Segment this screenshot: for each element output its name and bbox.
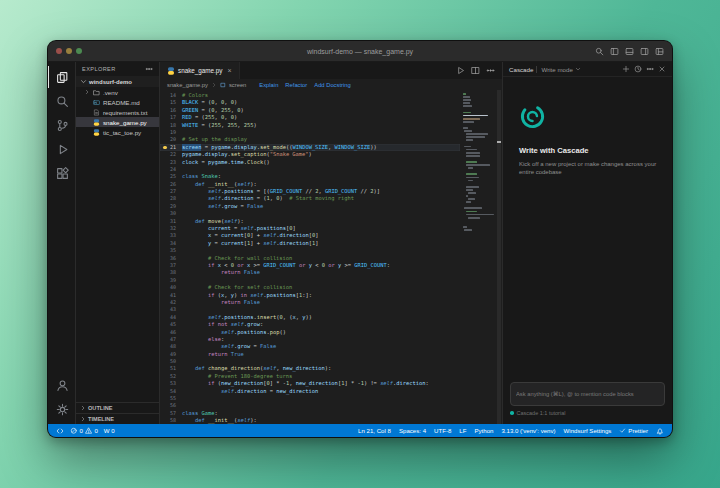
plus-icon[interactable] <box>622 65 630 73</box>
code-line[interactable]: 18WHITE = (255, 255, 255) <box>160 122 460 129</box>
code-line[interactable]: 32 current = self.positions[0] <box>160 225 460 232</box>
status-item-prettier[interactable]: Prettier <box>619 427 648 434</box>
code-line[interactable]: 37 if x < 0 or x >= GRID_COUNT or y < 0 … <box>160 262 460 269</box>
code-line[interactable]: 49 return True <box>160 351 460 358</box>
search-icon[interactable] <box>595 47 604 56</box>
breadcrumb-item[interactable]: screen <box>229 82 246 88</box>
project-root-row[interactable]: windsurf-demo <box>76 76 159 87</box>
status-item-3-13-0-venv-venv[interactable]: 3.13.0 ('venv': venv) <box>501 427 555 434</box>
file-item-.venv[interactable]: .venv <box>76 87 159 97</box>
code-line[interactable]: 20# Set up the display <box>160 136 460 143</box>
lightbulb-icon[interactable] <box>163 146 167 150</box>
code-view[interactable]: 14# Colors15BLACK = (0, 0, 0)16GREEN = (… <box>160 90 460 424</box>
file-item-requirements.txt[interactable]: requirements.txt <box>76 107 159 117</box>
activity-explorer-button[interactable] <box>48 66 76 88</box>
status-item-ln-21-col-8[interactable]: Ln 21, Col 8 <box>358 427 391 434</box>
code-line[interactable]: 54 self.direction = new_direction <box>160 388 460 395</box>
split-editor-icon[interactable] <box>471 66 480 75</box>
code-line[interactable]: 34 y = current[1] + self.direction[1] <box>160 240 460 247</box>
code-line[interactable]: 53 if (new_direction[0] * -1, new_direct… <box>160 380 460 387</box>
more-icon[interactable] <box>486 66 495 75</box>
code-line[interactable]: 38 return False <box>160 269 460 276</box>
problems-indicator[interactable]: 0 0 <box>70 427 98 435</box>
code-line[interactable]: 36 # Check for wall collision <box>160 255 460 262</box>
activity-account-button[interactable] <box>48 374 76 396</box>
zoom-window-button[interactable] <box>76 48 82 54</box>
code-line[interactable]: 29 self.grow = False <box>160 203 460 210</box>
code-line[interactable]: 16GREEN = (0, 255, 0) <box>160 107 460 114</box>
breadcrumb-item[interactable]: snake_game.py <box>167 82 208 88</box>
cascade-tutorial-hint[interactable]: Cascade 1:1 tutorial <box>510 410 665 416</box>
customize-layout-icon[interactable] <box>655 47 664 56</box>
more-icon[interactable] <box>646 65 654 73</box>
code-line[interactable]: 28 self.direction = (1, 0) # Start movin… <box>160 195 460 202</box>
code-line[interactable]: 45 if not self.grow: <box>160 321 460 328</box>
cascade-input[interactable] <box>510 382 665 406</box>
code-line[interactable]: 56 <box>160 402 460 409</box>
status-item-windsurf-settings[interactable]: Windsurf Settings <box>564 427 612 434</box>
minimize-window-button[interactable] <box>66 48 72 54</box>
code-line[interactable]: 44 self.positions.insert(0, (x, y)) <box>160 314 460 321</box>
code-line[interactable]: 17RED = (255, 0, 0) <box>160 114 460 121</box>
code-line[interactable]: 51 def change_direction(self, new_direct… <box>160 365 460 372</box>
activity-search-button[interactable] <box>48 90 76 112</box>
editor-scrollbar[interactable] <box>496 90 502 424</box>
code-line[interactable]: 14# Colors <box>160 92 460 99</box>
code-line[interactable]: 23clock = pygame.time.Clock() <box>160 159 460 166</box>
file-item-README.md[interactable]: README.md <box>76 97 159 107</box>
code-line[interactable]: 21screen = pygame.display.set_mode((WIND… <box>160 144 460 151</box>
code-line[interactable]: 22pygame.display.set_caption("Snake Game… <box>160 151 460 158</box>
code-line[interactable]: 46 self.positions.pop() <box>160 329 460 336</box>
status-item-utf-8[interactable]: UTF-8 <box>434 427 451 434</box>
codelens-add-docstring[interactable]: Add Docstring <box>314 82 350 88</box>
activity-source-control-button[interactable] <box>48 114 76 136</box>
code-line[interactable]: 24 <box>160 166 460 173</box>
code-line[interactable]: 50 <box>160 358 460 365</box>
status-item-python[interactable]: Python <box>474 427 493 434</box>
code-line[interactable]: 58 def __init__(self): <box>160 417 460 424</box>
remote-indicator-icon[interactable] <box>56 427 64 435</box>
sidebar-section-outline[interactable]: OUTLINE <box>76 402 159 413</box>
cascade-mode-selector[interactable]: Write mode <box>536 66 581 73</box>
close-tab-icon[interactable]: × <box>227 67 231 74</box>
layout-panel-icon[interactable] <box>625 47 634 56</box>
play-icon[interactable] <box>456 66 465 75</box>
code-line[interactable]: 47 else: <box>160 336 460 343</box>
code-line[interactable]: 27 self.positions = [(GRID_COUNT // 2, G… <box>160 188 460 195</box>
activity-settings-button[interactable] <box>48 398 76 420</box>
codelens-refactor[interactable]: Refactor <box>285 82 307 88</box>
status-item-lf[interactable]: LF <box>459 427 466 434</box>
history-icon[interactable] <box>634 65 642 73</box>
code-line[interactable]: 48 self.grow = False <box>160 343 460 350</box>
status-extra[interactable]: W 0 <box>104 427 115 434</box>
code-line[interactable]: 43 <box>160 306 460 313</box>
code-line[interactable]: 15BLACK = (0, 0, 0) <box>160 99 460 106</box>
code-line[interactable]: 39 <box>160 277 460 284</box>
code-line[interactable]: 42 return False <box>160 299 460 306</box>
code-line[interactable]: 26 def __init__(self): <box>160 181 460 188</box>
activity-run-debug-button[interactable] <box>48 138 76 160</box>
bell-icon[interactable] <box>656 427 664 435</box>
file-item-tic_tac_toe.py[interactable]: tic_tac_toe.py <box>76 127 159 137</box>
code-line[interactable]: 41 if (x, y) in self.positions[1:]: <box>160 292 460 299</box>
code-line[interactable]: 25class Snake: <box>160 173 460 180</box>
status-item-spaces-4[interactable]: Spaces: 4 <box>399 427 426 434</box>
code-line[interactable]: 33 x = current[0] + self.direction[0] <box>160 232 460 239</box>
code-line[interactable]: 19 <box>160 129 460 136</box>
close-icon[interactable] <box>658 65 666 73</box>
code-line[interactable]: 57class Game: <box>160 410 460 417</box>
close-window-button[interactable] <box>56 48 62 54</box>
code-line[interactable]: 35 <box>160 247 460 254</box>
minimap[interactable] <box>460 90 496 424</box>
code-line[interactable]: 52 # Prevent 180-degree turns <box>160 373 460 380</box>
code-line[interactable]: 30 <box>160 210 460 217</box>
editor[interactable]: 14# Colors15BLACK = (0, 0, 0)16GREEN = (… <box>160 90 502 424</box>
code-line[interactable]: 55 <box>160 395 460 402</box>
file-item-snake_game.py[interactable]: snake_game.py <box>76 117 159 127</box>
codelens-explain[interactable]: Explain <box>259 82 278 88</box>
more-actions-icon[interactable] <box>145 65 153 73</box>
activity-extensions-button[interactable] <box>48 162 76 184</box>
layout-sidebar-right-icon[interactable] <box>640 47 649 56</box>
code-line[interactable]: 31 def move(self): <box>160 218 460 225</box>
layout-sidebar-left-icon[interactable] <box>610 47 619 56</box>
